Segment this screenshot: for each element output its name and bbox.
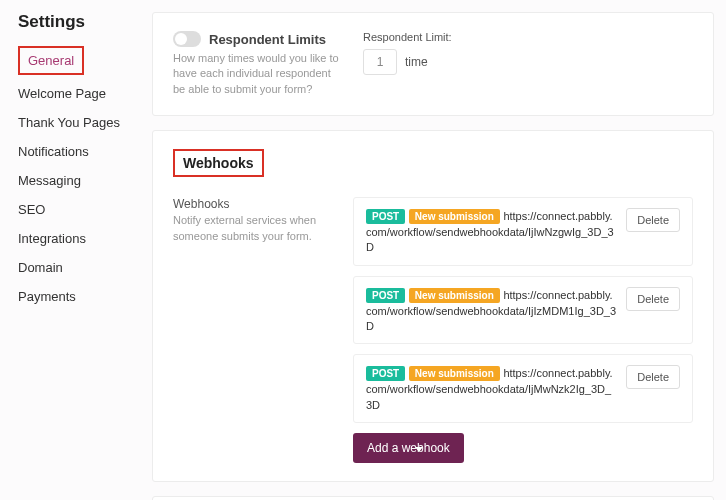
- event-badge: New submission: [409, 366, 500, 381]
- delete-webhook-button[interactable]: Delete: [626, 365, 680, 389]
- respondent-limits-toggle[interactable]: [173, 31, 201, 47]
- respondent-limits-description: How many times would you like to have ea…: [173, 51, 343, 97]
- webhooks-sublabel: Webhooks: [173, 197, 333, 211]
- method-badge: POST: [366, 366, 405, 381]
- sidebar-item-seo[interactable]: SEO: [18, 195, 140, 224]
- url-parameters-card: URL Parameters Parameters: [152, 496, 714, 500]
- webhook-row: POST New submission https://connect.pabb…: [353, 276, 693, 345]
- webhook-row: POST New submission https://connect.pabb…: [353, 354, 693, 423]
- respondent-limit-unit: time: [405, 55, 428, 69]
- respondent-limits-card: Respondent Limits How many times would y…: [152, 12, 714, 116]
- sidebar-item-thankyou[interactable]: Thank You Pages: [18, 108, 140, 137]
- webhooks-title: Webhooks: [173, 149, 264, 177]
- method-badge: POST: [366, 288, 405, 303]
- webhooks-description: Notify external services when someone su…: [173, 213, 333, 244]
- sidebar-item-payments[interactable]: Payments: [18, 282, 140, 311]
- page-title: Settings: [18, 12, 140, 32]
- delete-webhook-button[interactable]: Delete: [626, 287, 680, 311]
- sidebar-item-domain[interactable]: Domain: [18, 253, 140, 282]
- respondent-limit-input[interactable]: [363, 49, 397, 75]
- add-webhook-button[interactable]: Add a webhook: [353, 433, 464, 463]
- event-badge: New submission: [409, 288, 500, 303]
- sidebar-item-general[interactable]: General: [18, 46, 84, 75]
- delete-webhook-button[interactable]: Delete: [626, 208, 680, 232]
- sidebar-item-welcome[interactable]: Welcome Page: [18, 79, 140, 108]
- method-badge: POST: [366, 209, 405, 224]
- event-badge: New submission: [409, 209, 500, 224]
- sidebar-item-messaging[interactable]: Messaging: [18, 166, 140, 195]
- sidebar-item-integrations[interactable]: Integrations: [18, 224, 140, 253]
- sidebar-item-notifications[interactable]: Notifications: [18, 137, 140, 166]
- respondent-limits-label: Respondent Limits: [209, 32, 326, 47]
- webhooks-card: Webhooks Webhooks Notify external servic…: [152, 130, 714, 482]
- webhook-row: POST New submission https://connect.pabb…: [353, 197, 693, 266]
- respondent-limit-field-label: Respondent Limit:: [363, 31, 693, 43]
